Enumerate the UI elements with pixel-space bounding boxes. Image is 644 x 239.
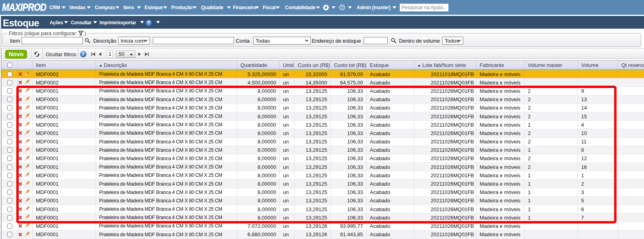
svg-text:?: ?: [341, 6, 343, 10]
